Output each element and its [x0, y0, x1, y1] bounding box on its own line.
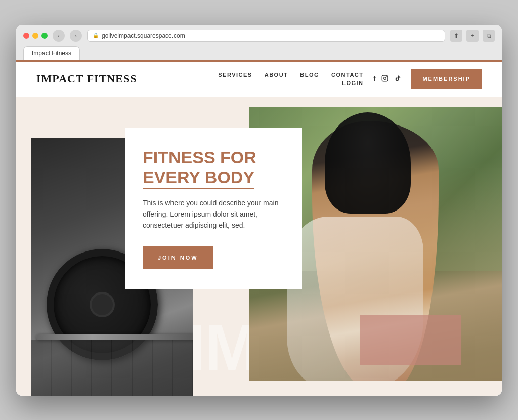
minimize-button[interactable] — [32, 33, 38, 39]
content-card: FITNESS FOR EVERY BODY This is where you… — [125, 128, 302, 289]
hero-headline: FITNESS FOR EVERY BODY — [143, 148, 284, 187]
site-header: IMPACT FITNESS SERVICES ABOUT BLOG CONTA… — [16, 62, 502, 97]
site-content: IMPACT FITNESS SERVICES ABOUT BLOG CONTA… — [16, 60, 502, 396]
lock-icon: 🔒 — [93, 33, 99, 38]
facebook-icon[interactable]: f — [374, 75, 376, 83]
site-logo: IMPACT FITNESS — [36, 72, 137, 86]
hair — [325, 112, 411, 214]
tab-overview-button[interactable]: ⧉ — [483, 30, 495, 42]
join-now-button[interactable]: JOIN NOW — [143, 246, 213, 269]
membership-button[interactable]: MEMBERSHIP — [411, 69, 482, 89]
nav-links-bottom: LOGIN — [342, 80, 363, 86]
tab-bar: Impact Fitness — [23, 46, 495, 60]
headline-line2-text: EVERY BODY — [143, 167, 254, 189]
close-button[interactable] — [23, 33, 29, 39]
nav-about[interactable]: ABOUT — [265, 72, 288, 78]
tiktok-icon[interactable] — [395, 75, 401, 83]
browser-actions: ⬆ + ⧉ — [450, 30, 495, 42]
svg-rect-0 — [382, 75, 388, 81]
accent-block — [360, 315, 461, 365]
new-tab-button[interactable]: + — [466, 30, 479, 42]
hero-description: This is where you could describe your ma… — [143, 197, 284, 231]
url-text: goliveimpact.squarespace.com — [102, 32, 185, 39]
svg-point-2 — [386, 76, 387, 77]
headline-line2: EVERY BODY — [143, 167, 284, 187]
nav-login[interactable]: LOGIN — [342, 80, 363, 86]
social-icons: f — [374, 75, 402, 83]
site-nav: SERVICES ABOUT BLOG CONTACT LOGIN f — [218, 69, 482, 89]
hero-section: FITNESS FOR EVERY BODY This is where you… — [16, 97, 502, 396]
nav-blog[interactable]: BLOG — [300, 72, 319, 78]
browser-chrome: ‹ › 🔒 goliveimpact.squarespace.com ⬆ + ⧉… — [16, 25, 502, 60]
browser-window: ‹ › 🔒 goliveimpact.squarespace.com ⬆ + ⧉… — [16, 25, 502, 396]
instagram-icon[interactable] — [381, 75, 388, 83]
active-tab[interactable]: Impact Fitness — [23, 46, 80, 60]
headline-line1: FITNESS FOR — [143, 148, 284, 167]
maximize-button[interactable] — [41, 33, 48, 39]
forward-button[interactable]: › — [70, 30, 82, 42]
nav-contact[interactable]: CONTACT — [331, 72, 363, 78]
share-button[interactable]: ⬆ — [450, 30, 462, 42]
address-bar[interactable]: 🔒 goliveimpact.squarespace.com — [87, 30, 445, 42]
nav-links-top: SERVICES ABOUT BLOG CONTACT — [218, 72, 363, 78]
nav-links: SERVICES ABOUT BLOG CONTACT LOGIN — [218, 72, 363, 86]
traffic-lights — [23, 33, 48, 39]
svg-point-1 — [384, 77, 386, 79]
barbell-bar — [36, 334, 193, 340]
nav-services[interactable]: SERVICES — [218, 72, 252, 78]
back-button[interactable]: ‹ — [53, 30, 65, 42]
